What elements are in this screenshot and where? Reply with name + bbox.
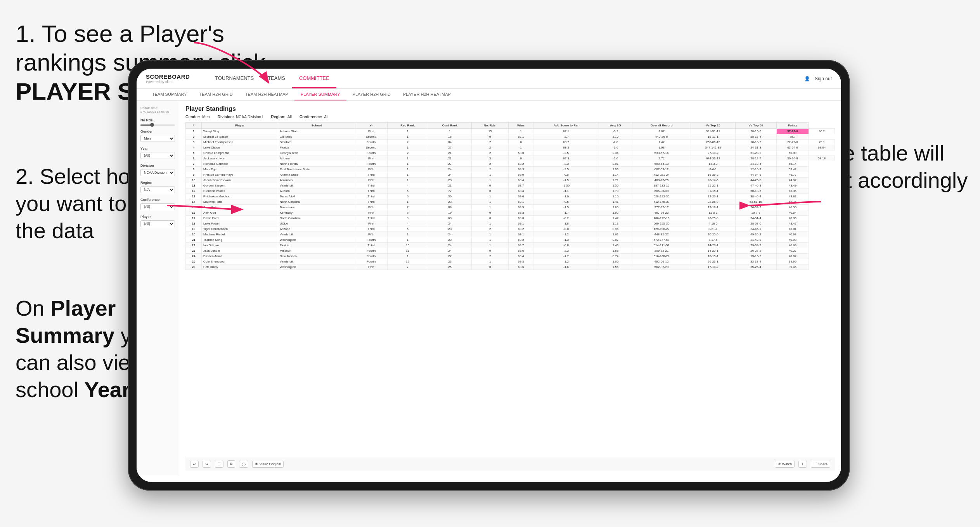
cell-18-6: 2 — [472, 226, 509, 232]
cell-1-10: 440-26-6 — [632, 134, 691, 140]
cell-18-0: 19 — [186, 226, 202, 232]
cell-22-0: 23 — [186, 248, 202, 254]
cell-21-9: 1.43 — [599, 243, 632, 248]
share-btn[interactable]: ⋰ Share — [811, 461, 830, 468]
cell-12-8: -1.0 — [533, 194, 599, 199]
subnav-player-h2h-heatmap[interactable]: PLAYER H2H HEATMAP — [397, 89, 457, 100]
cell-20-6: 1 — [472, 237, 509, 243]
gender-select[interactable]: Men — [140, 135, 175, 142]
subnav-player-summary[interactable]: PLAYER SUMMARY — [294, 89, 346, 100]
cell-7-2: East Tennessee State — [278, 167, 355, 172]
nav-committee[interactable]: COMMITTEE — [292, 69, 336, 88]
cell-22-3: Fourth — [355, 248, 387, 254]
cell-2-3: Fourth — [355, 140, 387, 145]
table-row: 16Alex GoffKentuckyFifth819068.3-1.71.92… — [186, 210, 835, 216]
cell-24-7: 69.3 — [509, 259, 533, 264]
cell-24-9: 1.65 — [599, 259, 632, 264]
cell-10-10: 387-133-16 — [632, 183, 691, 188]
update-time: Update time: 27/03/2024 16:56:26 — [140, 106, 175, 114]
cell-3-11: 547-142-38 — [691, 145, 735, 150]
app-header: SCOREBOARD Powered by clippi TOURNAMENTS… — [137, 69, 841, 89]
cell-6-6: 2 — [472, 161, 509, 167]
cell-11-6: 0 — [472, 188, 509, 194]
cell-22-2: Missouri — [278, 248, 355, 254]
table-area: Player Standings Gender: Men Division: N… — [179, 101, 841, 475]
cell-6-4: 1 — [387, 161, 428, 167]
cell-20-3: Fourth — [355, 237, 387, 243]
cell-14-9: 1.66 — [599, 205, 632, 210]
cell-19-7: 69.1 — [509, 232, 533, 237]
sidebar-filters: Update time: 27/03/2024 16:56:26 No Rds.… — [137, 101, 179, 475]
cell-6-0: 7 — [186, 161, 202, 167]
cell-13-12: 53-61-10 — [735, 199, 776, 205]
conference-select[interactable]: (All) — [140, 203, 175, 210]
conference-filter-display: Conference: All — [300, 115, 328, 119]
year-select[interactable]: (All) — [140, 152, 175, 159]
cell-11-10: 605-96-38 — [632, 188, 691, 194]
format-btn[interactable]: ☰ — [215, 461, 223, 468]
region-select[interactable]: N/A — [140, 186, 175, 193]
cell-25-6: 0 — [472, 264, 509, 270]
table-header-row: # Player School Yr Reg Rank Conf Rank No… — [186, 123, 835, 129]
cell-17-6: 1 — [472, 221, 509, 226]
cell-10-6: 0 — [472, 183, 509, 188]
cell-0-12: 28-15-0 — [735, 129, 776, 134]
cell-22-13: 40.27 — [776, 248, 809, 254]
cell-22-1: Jack Lundin — [202, 248, 278, 254]
cell-24-1: Cole Sherwood — [202, 259, 278, 264]
division-select[interactable]: NCAA Division I — [140, 169, 175, 176]
subnav-team-h2h-grid[interactable]: TEAM H2H GRID — [193, 89, 239, 100]
player-label: Player — [140, 215, 175, 219]
cell-16-5: 69 — [428, 216, 471, 221]
clock-btn[interactable]: ◯ — [239, 461, 248, 468]
cell-10-3: Third — [355, 183, 387, 188]
cell-15-12: 10-7-3 — [735, 210, 776, 216]
cell-4-10: 533-57-16 — [632, 150, 691, 156]
nav-teams[interactable]: TEAMS — [261, 69, 292, 88]
cell-4-5: 21 — [428, 150, 471, 156]
subnav-team-summary[interactable]: TEAM SUMMARY — [146, 89, 193, 100]
cell-17-10: 500-155-30 — [632, 221, 691, 226]
cell-18-2: Arizona — [278, 226, 355, 232]
view-btn[interactable]: 👁 View: Original — [252, 461, 284, 468]
cell-20-12: 21-42-3 — [735, 237, 776, 243]
table-row: 23Jack LundinMissouriFourth1124068.6-2.3… — [186, 248, 835, 254]
cell-16-1: David Ford — [202, 216, 278, 221]
col-school: School — [278, 123, 355, 129]
cell-13-1: Maxwell Ford — [202, 199, 278, 205]
cell-6-3: Fourth — [355, 161, 387, 167]
watch-btn[interactable]: 👁 Watch — [775, 461, 795, 468]
cell-14-4: 7 — [387, 205, 428, 210]
cell-6-9: 2.01 — [599, 161, 632, 167]
cell-4-11: 27-10-2 — [691, 150, 735, 156]
cell-20-0: 21 — [186, 237, 202, 243]
cell-15-2: Kentucky — [278, 210, 355, 216]
subnav-team-h2h-heatmap[interactable]: TEAM H2H HEATMAP — [239, 89, 294, 100]
cell-13-5: 23 — [428, 199, 471, 205]
cell-11-8: -1.1 — [533, 188, 599, 194]
cell-10-2: Vanderbilt — [278, 183, 355, 188]
cell-24-11: 26-23-1 — [691, 259, 735, 264]
cell-2-8: 68.7 — [533, 140, 599, 145]
subnav-player-h2h-grid[interactable]: PLAYER H2H GRID — [346, 89, 397, 100]
sign-out-link[interactable]: Sign out — [815, 76, 832, 81]
cell-2-4: 2 — [387, 140, 428, 145]
redo-btn[interactable]: ↪ — [203, 461, 211, 468]
undo-btn[interactable]: ↩ — [190, 461, 199, 468]
cell-25-8: -1.6 — [533, 264, 599, 270]
rds-slider[interactable] — [140, 124, 175, 126]
col-yr: Yr — [355, 123, 387, 129]
player-select[interactable]: (All) — [140, 220, 175, 227]
share-icon: ⋰ — [814, 462, 817, 466]
cell-7-10: 607-53-12 — [632, 167, 691, 172]
main-content: Update time: 27/03/2024 16:56:26 No Rds.… — [137, 101, 841, 475]
nav-tournaments[interactable]: TOURNAMENTS — [208, 69, 261, 88]
cell-13-13: 42.75 — [776, 199, 809, 205]
cell-24-6: 1 — [472, 259, 509, 264]
cell-17-13: 43.47 — [776, 221, 809, 226]
cell-13-0: 14 — [186, 199, 202, 205]
cell-11-13: 43.36 — [776, 188, 809, 194]
export-btn[interactable]: ⤓ — [798, 461, 807, 468]
copy-btn[interactable]: ⧉ — [227, 460, 235, 468]
cell-12-9: 1.15 — [599, 194, 632, 199]
